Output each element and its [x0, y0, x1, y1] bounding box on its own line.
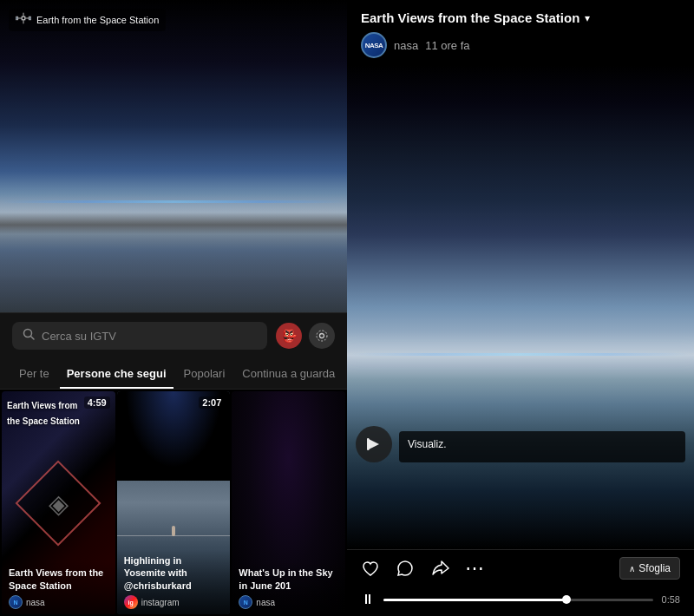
svg-rect-5	[16, 16, 18, 20]
visualiz-info-box: Visualiz.	[399, 431, 685, 462]
svg-point-10	[317, 331, 327, 341]
progress-area: ⏸ 0:58	[347, 587, 694, 616]
card3-name: What's Up in the Sky in June 201	[239, 567, 338, 592]
nasa-avatar[interactable]: NASA	[361, 32, 387, 58]
card1-channel: N nasa	[9, 595, 108, 609]
video-grid: Earth Views from the Space Station 4:59 …	[0, 390, 347, 616]
right-actions-bar: ⋯ ∧ Sfoglia	[347, 549, 694, 587]
sfoglia-icon: ∧	[629, 564, 635, 573]
left-hero-video[interactable]: Earth from the Space Station	[0, 0, 347, 312]
more-button[interactable]: ⋯	[465, 557, 485, 580]
progress-bar-dot	[562, 595, 571, 604]
svg-rect-6	[29, 16, 31, 20]
card1-title-area: Earth Views from the Space Station	[7, 396, 81, 428]
search-bar[interactable]: Cerca su IGTV	[12, 322, 267, 350]
ghost-icon-button[interactable]: 👺	[276, 323, 302, 349]
card2-duration: 2:07	[199, 396, 225, 409]
card1-channel-avatar: N	[9, 595, 23, 609]
svg-rect-0	[22, 16, 25, 20]
visualiz-text: Visualiz.	[408, 438, 677, 450]
left-panel: Earth from the Space Station Cerca su IG…	[0, 0, 347, 616]
right-timestamp: 11 ore fa	[425, 39, 469, 52]
svg-rect-11	[367, 438, 370, 450]
video-card-earth-views[interactable]: Earth Views from the Space Station 4:59 …	[2, 391, 115, 614]
like-button[interactable]	[361, 559, 380, 578]
tab-persone-che-segui[interactable]: Persone che segui	[60, 358, 174, 389]
tab-continua[interactable]: Continua a guarda	[235, 358, 342, 389]
card2-channel-avatar: ig	[124, 595, 138, 609]
right-panel: Earth Views from the Space Station ▾ NAS…	[347, 0, 694, 616]
right-header: Earth Views from the Space Station ▾ NAS…	[347, 0, 694, 65]
card2-name: Highlining in Yosemite with @chrisburkar…	[124, 554, 224, 592]
satellite-icon	[16, 12, 31, 28]
svg-point-9	[320, 334, 324, 338]
card2-bottom: Highlining in Yosemite with @chrisburkar…	[117, 549, 231, 614]
right-video-title: Earth Views from the Space Station	[361, 10, 579, 25]
right-channel-name[interactable]: nasa	[394, 39, 418, 52]
dropdown-icon[interactable]: ▾	[585, 12, 590, 24]
play-icon-overlay[interactable]	[356, 426, 392, 462]
card2-channel: ig instagram	[124, 595, 224, 609]
right-video-player[interactable]: Visualiz.	[347, 65, 694, 549]
search-area: Cerca su IGTV 👺	[0, 312, 347, 358]
tab-per-te[interactable]: Per te	[12, 358, 56, 389]
search-placeholder: Cerca su IGTV	[42, 330, 116, 343]
sfoglia-label: Sfoglia	[638, 562, 671, 574]
search-icon	[23, 328, 35, 344]
card3-channel: N nasa	[239, 595, 338, 609]
card1-channel-name: nasa	[26, 598, 45, 607]
card1-bottom: Earth Views from the Space Station N nas…	[2, 561, 115, 614]
progress-time: 0:58	[662, 594, 680, 605]
settings-icon-button[interactable]	[309, 323, 335, 349]
hero-label-overlay: Earth from the Space Station	[9, 9, 166, 31]
visualiz-overlay: Visualiz.	[356, 426, 685, 462]
tab-popolari[interactable]: Popolari	[177, 358, 232, 389]
card3-bottom: What's Up in the Sky in June 201 N nasa	[232, 561, 345, 614]
search-icons-area: 👺	[276, 323, 335, 349]
progress-bar[interactable]	[383, 599, 653, 601]
card1-title: Earth Views from the Space Station	[7, 401, 80, 426]
progress-bar-fill	[383, 599, 566, 601]
share-button[interactable]	[430, 559, 449, 578]
pause-button[interactable]: ⏸	[361, 592, 375, 607]
right-title-row: Earth Views from the Space Station ▾	[361, 10, 680, 25]
comment-button[interactable]	[396, 559, 415, 578]
card1-duration: 4:59	[84, 396, 110, 409]
sfoglia-button[interactable]: ∧ Sfoglia	[619, 557, 680, 580]
card3-channel-avatar: N	[239, 595, 252, 609]
hero-title-label: Earth from the Space Station	[36, 15, 159, 25]
video-card-highlining[interactable]: 2:07 Highlining in Yosemite with @chrisb…	[117, 391, 231, 614]
card3-channel-name: nasa	[256, 598, 275, 607]
tabs-bar: Per te Persone che segui Popolari Contin…	[0, 358, 347, 390]
card1-name: Earth Views from the Space Station	[9, 567, 108, 592]
video-card-whatsup[interactable]: What's Up in the Sky in June 201 N nasa	[232, 391, 345, 614]
card2-channel-name: instagram	[141, 598, 180, 607]
right-meta: NASA nasa 11 ore fa	[361, 32, 680, 58]
svg-line-8	[31, 337, 35, 340]
progress-row: ⏸ 0:58	[361, 592, 680, 607]
